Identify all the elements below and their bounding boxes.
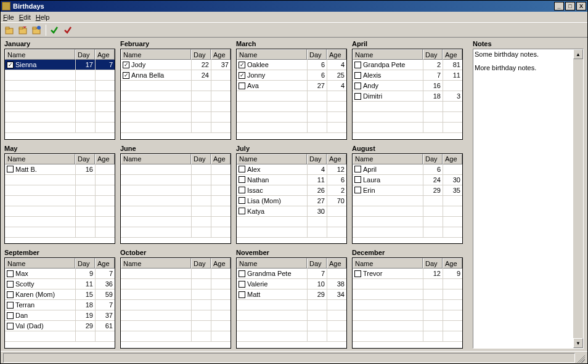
table-row[interactable]: Ava274: [237, 81, 346, 91]
row-checkbox[interactable]: [239, 187, 245, 193]
table-row[interactable]: Matt2934: [237, 289, 346, 300]
col-day[interactable]: Day: [191, 49, 211, 60]
col-day[interactable]: Day: [307, 154, 327, 164]
table-row[interactable]: ✓Jonny625: [237, 70, 346, 81]
cell-day[interactable]: 17: [75, 60, 95, 70]
table-row[interactable]: Alex412: [237, 164, 346, 175]
col-name[interactable]: Name: [353, 154, 423, 164]
cell-name[interactable]: Dimitri: [353, 91, 423, 101]
col-day[interactable]: Day: [307, 258, 327, 269]
col-name[interactable]: Name: [5, 49, 75, 60]
month-grid[interactable]: NameDayAgeMax97Scotty1136Karen (Mom)1559…: [4, 257, 115, 349]
row-checkbox[interactable]: [239, 291, 245, 298]
scroll-up-icon[interactable]: ▲: [573, 49, 583, 59]
col-name[interactable]: Name: [5, 258, 75, 269]
cell-day[interactable]: 7: [423, 70, 443, 80]
menu-edit[interactable]: Edit: [19, 14, 31, 21]
table-row[interactable]: ✓Oaklee64: [237, 60, 346, 70]
cell-name[interactable]: Nathan: [237, 175, 307, 185]
cell-day[interactable]: 18: [423, 91, 443, 101]
resize-grip[interactable]: [575, 353, 585, 363]
cell-day[interactable]: 6: [307, 70, 327, 80]
table-row[interactable]: Grandma Pete7: [237, 269, 346, 279]
row-checkbox[interactable]: ✓: [123, 72, 129, 79]
table-row[interactable]: Matt B.16: [5, 164, 115, 175]
toolbar-btn-3[interactable]: [30, 24, 43, 36]
cell-age[interactable]: 4: [327, 60, 346, 70]
table-row[interactable]: Valerie1038: [237, 279, 346, 289]
month-grid[interactable]: NameDayAge: [120, 257, 231, 349]
cell-name[interactable]: ✓Sienna: [5, 60, 75, 70]
cell-age[interactable]: 25: [327, 70, 346, 80]
col-age[interactable]: Age: [443, 258, 462, 269]
table-row[interactable]: Lisa (Mom)2770: [237, 196, 346, 206]
month-grid[interactable]: NameDayAge✓Sienna177: [4, 49, 115, 140]
col-name[interactable]: Name: [121, 154, 191, 164]
cell-name[interactable]: Dan: [5, 310, 75, 320]
row-checkbox[interactable]: [354, 72, 361, 79]
cell-age[interactable]: 61: [95, 321, 115, 331]
table-row[interactable]: Katya30: [237, 206, 346, 217]
col-name[interactable]: Name: [121, 49, 191, 60]
row-checkbox[interactable]: [7, 323, 14, 330]
month-grid[interactable]: NameDayAge: [120, 153, 231, 245]
cell-age[interactable]: 7: [95, 300, 115, 310]
toolbar-btn-1[interactable]: [3, 24, 15, 36]
row-checkbox[interactable]: [239, 176, 245, 183]
cell-age[interactable]: [327, 206, 346, 216]
row-checkbox[interactable]: [239, 208, 245, 214]
table-row[interactable]: Laura2430: [353, 175, 462, 185]
row-checkbox[interactable]: [354, 83, 361, 89]
row-checkbox[interactable]: [354, 93, 361, 100]
col-name[interactable]: Name: [5, 154, 75, 164]
cell-age[interactable]: 37: [211, 60, 231, 70]
cell-name[interactable]: Grandma Pete: [237, 269, 307, 278]
table-row[interactable]: Erin2935: [353, 185, 462, 196]
cell-name[interactable]: Max: [5, 269, 75, 278]
cell-day[interactable]: 19: [75, 310, 95, 320]
row-checkbox[interactable]: ✓: [7, 62, 14, 68]
cell-name[interactable]: Trevor: [353, 269, 423, 278]
cell-name[interactable]: Val (Dad): [5, 321, 75, 331]
cell-age[interactable]: 7: [95, 60, 115, 70]
cell-age[interactable]: 38: [327, 279, 346, 289]
toolbar-check-green[interactable]: [48, 24, 60, 36]
table-row[interactable]: Max97: [5, 269, 115, 279]
table-row[interactable]: Alexis711: [353, 70, 462, 81]
table-row[interactable]: Dimitri183: [353, 91, 462, 102]
month-grid[interactable]: NameDayAgeAlex412Nathan116Issac262Lisa (…: [236, 153, 347, 245]
cell-name[interactable]: Matt: [237, 289, 307, 299]
cell-day[interactable]: 22: [191, 60, 211, 70]
menu-file[interactable]: File: [3, 14, 14, 21]
cell-age[interactable]: 7: [95, 269, 115, 278]
col-day[interactable]: Day: [423, 154, 443, 164]
table-row[interactable]: ✓Anna Bella24: [121, 70, 231, 81]
col-age[interactable]: Age: [443, 49, 462, 60]
col-name[interactable]: Name: [121, 258, 191, 269]
cell-day[interactable]: 29: [423, 185, 443, 195]
table-row[interactable]: Nathan116: [237, 175, 346, 185]
cell-name[interactable]: Laura: [353, 175, 423, 185]
cell-day[interactable]: 6: [423, 164, 443, 174]
col-day[interactable]: Day: [423, 49, 443, 60]
row-checkbox[interactable]: [7, 281, 14, 288]
row-checkbox[interactable]: [7, 291, 14, 298]
table-row[interactable]: Dan1937: [5, 310, 115, 321]
row-checkbox[interactable]: ✓: [239, 62, 245, 68]
cell-day[interactable]: 11: [75, 279, 95, 289]
col-age[interactable]: Age: [443, 154, 462, 164]
table-row[interactable]: Trevor129: [353, 269, 462, 279]
table-row[interactable]: Karen (Mom)1559: [5, 289, 115, 300]
table-row[interactable]: Grandpa Pete281: [353, 60, 462, 70]
cell-age[interactable]: 36: [95, 279, 115, 289]
cell-day[interactable]: 27: [307, 81, 327, 91]
menu-help[interactable]: Help: [36, 14, 50, 21]
scroll-down-icon[interactable]: ▼: [573, 338, 583, 348]
cell-name[interactable]: Terran: [5, 300, 75, 310]
cell-age[interactable]: [443, 81, 462, 91]
col-name[interactable]: Name: [353, 258, 423, 269]
cell-day[interactable]: 6: [307, 60, 327, 70]
row-checkbox[interactable]: [354, 62, 361, 68]
cell-name[interactable]: Grandpa Pete: [353, 60, 423, 70]
cell-age[interactable]: [327, 269, 346, 278]
